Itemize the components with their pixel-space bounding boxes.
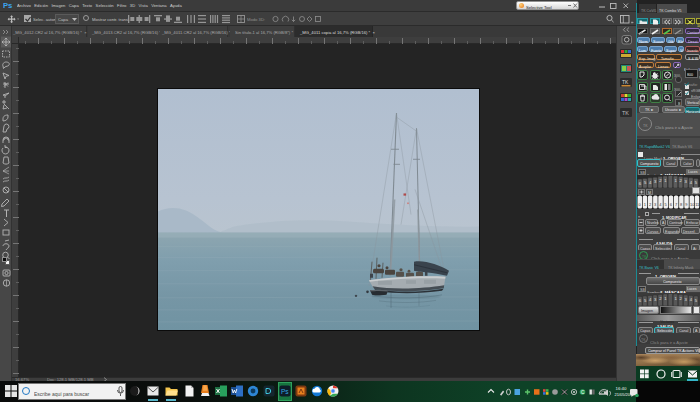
svg-text:11: 11 (695, 202, 700, 207)
svg-text:TK: TK (622, 79, 629, 85)
svg-text:TK: TK (622, 110, 629, 116)
svg-text:Ps: Ps (281, 388, 289, 395)
